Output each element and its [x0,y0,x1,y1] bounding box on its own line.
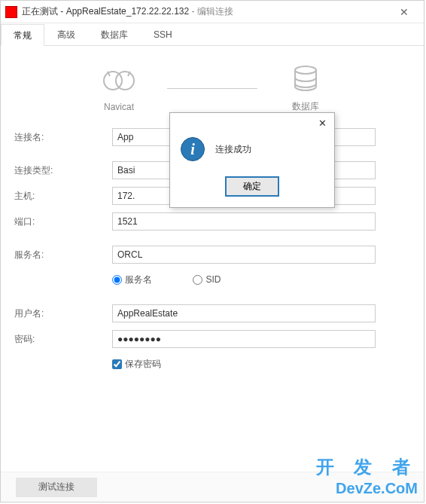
tab-general[interactable]: 常规 [1,24,44,46]
port-input[interactable] [112,212,376,231]
diagram-right-label: 数据库 [292,100,319,113]
window-title: 正在测试 - AppRealEstate_172.22.22.132 - 编辑连… [22,5,233,18]
title-status: 正在测试 [22,6,58,17]
radio-service[interactable]: 服务名 [112,273,152,286]
label-conn-name: 连接名: [14,131,112,144]
ok-button[interactable]: 确定 [225,176,279,197]
label-pass: 密码: [14,333,112,346]
label-user: 用户名: [14,307,112,320]
database-icon [291,64,321,94]
test-connection-button[interactable]: 测试连接 [16,478,97,497]
app-icon [5,6,17,18]
tabs: 常规 高级 数据库 SSH [1,23,424,46]
pass-input[interactable] [112,330,376,348]
tab-database[interactable]: 数据库 [88,23,141,45]
dialog-close-icon[interactable]: ✕ [315,118,330,129]
label-port: 端口: [14,215,112,228]
label-conn-type: 连接类型: [14,164,112,177]
dialog-message: 连接成功 [215,143,251,156]
titlebar: 正在测试 - AppRealEstate_172.22.22.132 - 编辑连… [1,1,424,23]
info-icon: i [181,137,205,161]
form-body: Navicat 数据库 连接名: 连接类型: 主机 [1,46,424,396]
title-name: AppRealEstate_172.22.22.132 [66,6,189,17]
service-input[interactable] [112,246,376,264]
user-input[interactable] [112,304,376,322]
tab-advanced[interactable]: 高级 [44,23,88,45]
tab-ssh[interactable]: SSH [141,23,185,45]
title-mode: 编辑连接 [197,6,233,17]
message-dialog: ✕ i 连接成功 确定 [169,112,335,208]
svg-point-2 [295,66,316,74]
svg-point-1 [116,72,134,90]
diagram-line [167,88,257,89]
diagram-left-label: Navicat [104,102,134,112]
footer: 测试连接 [1,472,424,502]
save-password-checkbox[interactable]: 保存密码 [112,358,161,371]
close-icon[interactable]: ✕ [389,6,419,18]
radio-sid[interactable]: SID [193,274,221,285]
connection-diagram: Navicat 数据库 [14,64,410,113]
dialog-window: 正在测试 - AppRealEstate_172.22.22.132 - 编辑连… [0,0,424,502]
navicat-icon [102,66,135,96]
label-host: 主机: [14,190,112,203]
label-service: 服务名: [14,249,112,261]
